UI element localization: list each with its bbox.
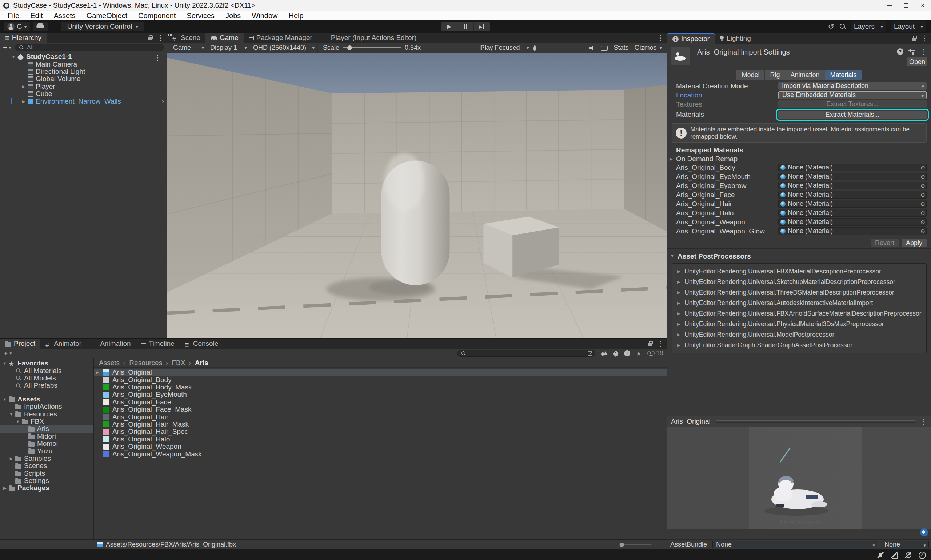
folder-tree-item[interactable]: All Materials [0,367,94,374]
bottom-panel-tab[interactable]: Timeline [136,338,180,349]
debug-bug-icon[interactable] [532,45,537,51]
breadcrumb-item-current[interactable]: Aris [194,359,209,367]
breadcrumb-item[interactable]: Resources [128,359,163,367]
apply-button[interactable]: Apply [902,239,926,247]
breadcrumb-item[interactable]: Assets [98,359,120,367]
hierarchy-item[interactable]: Global Volume › [0,75,167,83]
hierarchy-item[interactable]: StudyCase1-1 › [0,53,167,60]
search-by-type-icon[interactable] [601,351,608,356]
folder-tree-item[interactable]: InputActions [0,403,94,410]
display-dropdown[interactable]: Display 1▾ [207,43,250,53]
file-row[interactable]: Aris_Original_Hair_Mask [94,421,667,428]
cloud-services-button[interactable] [33,22,48,31]
step-button[interactable]: ▶ [474,22,489,31]
open-search-window-icon[interactable] [588,351,592,355]
kebab-menu-icon[interactable] [921,34,928,43]
import-mode-tab[interactable]: Animation [785,70,825,80]
kebab-menu-icon[interactable] [157,34,164,42]
auto-refresh-disabled-icon[interactable] [904,551,912,559]
open-button[interactable]: Open [907,57,927,66]
menu-item[interactable]: Edit [25,11,48,20]
file-row[interactable]: Aris_Original_Body [94,376,667,383]
hierarchy-item[interactable]: Main Camera › [0,60,167,68]
cache-server-disabled-icon[interactable] [890,551,898,559]
expander-icon[interactable] [2,486,8,491]
folder-tree-item[interactable]: FBX [0,418,94,425]
folder-tree-item[interactable]: All Models [0,375,94,382]
material-object-field[interactable]: None (Material) [778,200,926,208]
material-creation-mode-dropdown[interactable]: Import via MaterialDescription ▾ [778,82,926,90]
extract-materials-button[interactable]: Extract Materials... [778,111,926,118]
object-picker-icon[interactable] [919,210,926,216]
material-object-field[interactable]: None (Material) [778,218,926,226]
bottom-panel-tab[interactable]: Animator [40,338,86,349]
on-demand-remap-foldout[interactable]: ▶ On Demand Remap [667,155,931,163]
play-focused-dropdown[interactable]: Play Focused▾ [477,43,532,53]
expander-icon[interactable] [11,55,16,59]
material-object-field[interactable]: None (Material) [778,191,926,198]
material-object-field[interactable]: None (Material) [778,164,926,171]
resolution-dropdown[interactable]: QHD (2560x1440)▾ [250,43,318,53]
tab-lighting[interactable]: Lighting [715,34,756,44]
minimize-button[interactable] [881,0,897,11]
expander-icon[interactable] [96,370,101,375]
version-control-dropdown[interactable]: Unity Version Control ▾ [61,22,145,31]
search-icon[interactable] [839,23,846,30]
mute-audio-icon[interactable] [588,45,595,51]
folder-tree-item[interactable]: Packages [0,485,94,492]
prefab-open-chevron-icon[interactable]: › [162,97,164,105]
close-button[interactable]: × [914,0,931,11]
render-mode-dropdown[interactable]: Game▾ [170,43,207,53]
menu-item[interactable]: Window [246,11,283,20]
postprocessor-row[interactable]: ▶ UnityEditor.Rendering.Universal.ModelP… [672,329,926,340]
preset-icon[interactable] [908,49,915,55]
postprocessor-row[interactable]: ▶ UnityEditor.Rendering.Universal.ThreeD… [672,287,926,298]
expander-icon[interactable] [15,419,21,424]
breadcrumb-item[interactable]: FBX [171,359,186,367]
hierarchy-item[interactable]: Player › [0,83,167,90]
lock-icon[interactable] [648,341,652,346]
play-button[interactable]: ▶ [442,22,457,31]
bottom-panel-tab[interactable]: Animation [86,338,136,349]
folder-tree-item[interactable]: Yuzu [0,447,94,455]
search-by-importance-icon[interactable] [624,350,630,356]
object-picker-icon[interactable] [919,219,926,225]
folder-tree-item[interactable]: Samples [0,455,94,462]
menu-item[interactable]: Assets [48,11,81,20]
folder-tree-item[interactable]: Scripts [0,469,94,477]
folder-tree-item[interactable]: Midori [0,433,94,440]
object-picker-icon[interactable] [919,174,926,180]
object-picker-icon[interactable] [919,183,926,189]
postprocessor-row[interactable]: ▶ UnityEditor.Rendering.Universal.FBXArn… [672,308,926,319]
keyboard-input-icon[interactable] [601,46,608,51]
debugger-disabled-icon[interactable] [876,551,885,559]
postprocessor-row[interactable]: ▶ UnityEditor.Rendering.Universal.FBXMat… [672,266,926,277]
folder-tree-item[interactable]: Aris [0,425,94,432]
expander-icon[interactable] [21,84,26,89]
file-row[interactable]: Aris_Original [94,369,667,376]
object-picker-icon[interactable] [919,201,926,207]
thumbnail-size-slider[interactable] [619,545,652,545]
stats-toggle[interactable]: Stats [614,44,628,52]
bottom-panel-tab[interactable]: Project [0,338,40,349]
folder-tree-item[interactable]: Resources [0,410,94,417]
lock-icon[interactable] [148,35,152,40]
asset-postprocessors-foldout[interactable]: ▼ Asset PostProcessors [667,249,931,262]
folder-tree-item[interactable]: All Prefabs [0,382,94,389]
view-tab[interactable]: Player (Input Actions Editor) [317,33,422,43]
file-row[interactable]: Aris_Original_Face [94,398,667,406]
expander-icon[interactable] [21,99,26,104]
tab-inspector[interactable]: Inspector [667,34,715,44]
material-object-field[interactable]: None (Material) [778,209,926,217]
hierarchy-search-input[interactable]: All [15,44,164,51]
file-row[interactable]: Aris_Original_Halo [94,435,667,443]
bottom-panel-tab[interactable]: Console [180,338,224,349]
object-picker-icon[interactable] [919,192,926,198]
help-icon[interactable] [897,48,903,55]
preview-header[interactable]: Aris_Original [667,415,931,426]
background-tasks-icon[interactable] [918,551,926,559]
kebab-menu-icon[interactable] [920,417,927,426]
account-dropdown[interactable]: G ▾ [4,22,30,31]
game-viewport[interactable] [167,53,667,338]
import-mode-tab[interactable]: Model [736,70,765,80]
